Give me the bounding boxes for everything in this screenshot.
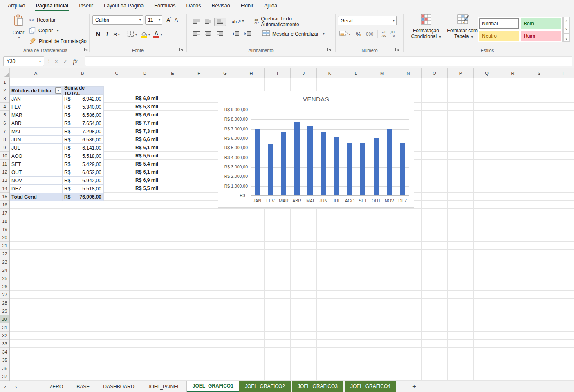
cell-d10[interactable]: R$ 5,5 mil	[130, 152, 159, 160]
increase-decimal-button[interactable]: ←0,00	[380, 30, 388, 38]
cell-total-label[interactable]: Total Geral	[10, 193, 63, 201]
row-header-24[interactable]: 24	[0, 266, 9, 274]
row-header-20[interactable]: 20	[0, 233, 9, 242]
column-header-F[interactable]: F	[186, 68, 212, 78]
column-header-I[interactable]: I	[265, 68, 291, 78]
column-header-P[interactable]: P	[448, 68, 474, 78]
menu-tab-ajuda[interactable]: Ajuda	[259, 0, 283, 11]
row-header-25[interactable]: 25	[0, 274, 9, 282]
underline-button[interactable]: S▾	[111, 31, 121, 38]
accounting-format-button[interactable]: ▾	[338, 29, 352, 38]
sheet-tab-joel_grafico3[interactable]: JOEL_GRAFICO3	[292, 381, 343, 392]
align-right-button[interactable]	[214, 29, 226, 38]
cell-month-FEV[interactable]: FEV	[10, 103, 63, 111]
row-header-8[interactable]: 8	[0, 135, 9, 143]
row-header-17[interactable]: 17	[0, 209, 9, 217]
font-size-combo[interactable]: 11▾	[145, 15, 162, 25]
menu-tab-inserir[interactable]: Inserir	[74, 0, 99, 11]
row-header-18[interactable]: 18	[0, 217, 9, 225]
cell-month-ABR[interactable]: ABR	[10, 119, 63, 127]
row-header-37[interactable]: 37	[0, 372, 9, 381]
row-header-35[interactable]: 35	[0, 356, 9, 364]
cut-button[interactable]: ✂ Recortar	[29, 15, 87, 25]
align-bottom-button[interactable]	[214, 18, 226, 26]
align-center-button[interactable]	[202, 29, 214, 38]
percent-style-button[interactable]: %	[354, 30, 363, 38]
cell-month-JUN[interactable]: JUN	[10, 136, 63, 143]
cell-d14[interactable]: R$ 5,5 mil	[130, 184, 159, 193]
vendas-chart[interactable]: VENDASR$ -R$ 1.000,00R$ 2.000,00R$ 3.000…	[218, 91, 414, 208]
row-header-11[interactable]: 11	[0, 160, 9, 168]
merge-center-button[interactable]: Mesclar e Centralizar ▾	[260, 29, 326, 38]
row-header-27[interactable]: 27	[0, 291, 9, 299]
menu-tab-layout-da-p-gina[interactable]: Layout da Página	[99, 0, 149, 11]
comma-style-button[interactable]: 000	[364, 31, 375, 37]
cell-month-NOV[interactable]: NOV	[10, 177, 63, 184]
column-header-S[interactable]: S	[526, 68, 552, 78]
row-header-21[interactable]: 21	[0, 242, 9, 250]
decrease-font-button[interactable]: Aˇ	[173, 16, 181, 24]
column-header-B[interactable]: B	[62, 68, 103, 78]
row-header-16[interactable]: 16	[0, 201, 9, 209]
row-header-13[interactable]: 13	[0, 176, 9, 184]
font-name-combo[interactable]: Calibri▾	[92, 15, 143, 25]
sheet-tab-joel_grafico2[interactable]: JOEL_GRAFICO2	[239, 381, 291, 392]
menu-tab-arquivo[interactable]: Arquivo	[2, 0, 30, 11]
fill-color-button[interactable]: ▾	[139, 30, 152, 39]
row-header-9[interactable]: 9	[0, 143, 9, 152]
column-header-O[interactable]: O	[422, 68, 448, 78]
row-header-36[interactable]: 36	[0, 364, 9, 372]
sheet-nav-next-button[interactable]: ›	[11, 381, 21, 392]
borders-button[interactable]: ▾	[126, 29, 139, 39]
row-header-1[interactable]: 1	[0, 78, 9, 86]
gallery-scroll-up-button[interactable]: ∧	[563, 17, 570, 25]
cell-month-MAI[interactable]: MAI	[10, 128, 63, 135]
column-header-Q[interactable]: Q	[474, 68, 500, 78]
row-header-33[interactable]: 33	[0, 340, 9, 348]
column-header-R[interactable]: R	[500, 68, 526, 78]
row-header-31[interactable]: 31	[0, 323, 9, 332]
cell-style-ruim[interactable]: Ruim	[521, 31, 561, 41]
column-header-G[interactable]: G	[212, 68, 238, 78]
enter-icon[interactable]: ✓	[63, 58, 68, 65]
sheet-nav-prev-button[interactable]: ‹	[0, 381, 11, 392]
column-header-N[interactable]: N	[395, 68, 422, 78]
sheet-tab-joel_grafico4[interactable]: JOEL_GRAFICO4	[345, 381, 396, 392]
number-format-combo[interactable]: Geral▾	[338, 16, 397, 25]
clipboard-dialog-launcher[interactable]	[84, 47, 88, 52]
row-header-28[interactable]: 28	[0, 299, 9, 307]
orientation-button[interactable]: ab↗▾	[229, 18, 246, 26]
column-header-D[interactable]: D	[130, 68, 159, 78]
cell-value-OUT[interactable]: R$6.052,00	[63, 168, 104, 176]
cell-value-JUL[interactable]: R$6.141,00	[63, 144, 104, 152]
cell-d5[interactable]: R$ 6,6 mil	[130, 111, 159, 119]
menu-tab-exibir[interactable]: Exibir	[235, 0, 259, 11]
cell-month-JUL[interactable]: JUL	[10, 144, 63, 152]
align-left-button[interactable]	[191, 29, 202, 38]
format-painter-button[interactable]: Pincel de Formatação	[29, 36, 87, 47]
cell-d9[interactable]: R$ 6,1 mil	[130, 143, 159, 152]
sheet-tab-dashboard[interactable]: DASHBOARD	[96, 381, 141, 392]
add-sheet-button[interactable]: +	[409, 381, 419, 392]
sheet-tab-joel_grafico1[interactable]: JOEL_GRAFICO1	[187, 381, 239, 392]
sheet-tab-zero[interactable]: ZERO	[43, 381, 70, 392]
column-header-E[interactable]: E	[159, 68, 186, 78]
cell-style-neutro[interactable]: Neutro	[479, 31, 519, 41]
row-header-3[interactable]: 3	[0, 94, 9, 103]
cancel-icon[interactable]: ×	[55, 58, 58, 65]
cell-value-MAI[interactable]: R$7.298,00	[63, 128, 104, 135]
row-header-34[interactable]: 34	[0, 348, 9, 356]
row-header-10[interactable]: 10	[0, 152, 9, 160]
number-dialog-launcher[interactable]	[395, 47, 399, 52]
pivot-header-labels-cell[interactable]: Rótulos de Linha▼	[10, 87, 63, 94]
decrease-indent-button[interactable]	[229, 29, 242, 38]
alignment-dialog-launcher[interactable]	[327, 47, 332, 52]
cell-d7[interactable]: R$ 7,3 mil	[130, 127, 159, 135]
cell-value-SET[interactable]: R$5.429,00	[63, 160, 104, 168]
row-header-26[interactable]: 26	[0, 282, 9, 291]
copy-button[interactable]: Copiar ▾	[29, 25, 87, 36]
decrease-decimal-button[interactable]: ,00→0	[388, 30, 396, 38]
cell-total-value[interactable]: R$76.006,00	[63, 193, 104, 201]
cell-d3[interactable]: R$ 6,9 mil	[130, 94, 159, 103]
row-header-2[interactable]: 2	[0, 86, 9, 94]
